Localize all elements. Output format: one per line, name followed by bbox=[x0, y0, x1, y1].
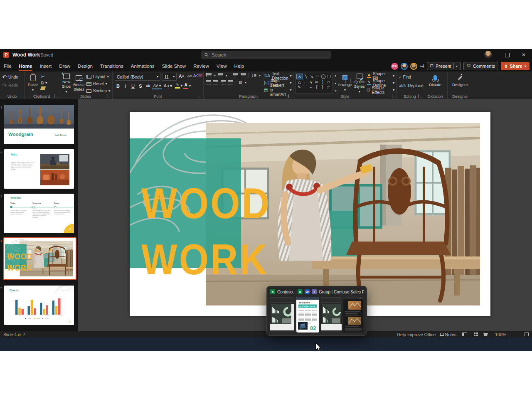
copy-icon[interactable]: ⧉ ▾ bbox=[41, 81, 47, 85]
slide-thumbnail-1[interactable]: Woodgrain Jack Purton bbox=[4, 105, 74, 144]
strikethrough-icon[interactable]: ab bbox=[145, 83, 151, 89]
shape-effects-button[interactable]: ❏Shape Effects▾ bbox=[367, 87, 394, 93]
increase-font-size-icon[interactable]: A˄ bbox=[178, 73, 185, 79]
justify-icon[interactable] bbox=[228, 80, 233, 84]
clear-formatting-icon[interactable]: A⌫ bbox=[195, 73, 201, 79]
character-spacing-icon[interactable]: AV ▾ bbox=[152, 82, 162, 89]
main-slide[interactable]: WOOD WORK bbox=[5, 239, 75, 278]
replace-button[interactable]: ab↻Replace bbox=[399, 83, 423, 89]
tab-insert[interactable]: Insert bbox=[36, 61, 55, 71]
fit-slide-button[interactable] bbox=[525, 331, 529, 337]
slide-thumbnail-3[interactable]: Timeline Today Tomorrow Future There has… bbox=[4, 194, 74, 233]
minimize-button[interactable]: – bbox=[482, 49, 499, 61]
underline-icon[interactable]: U bbox=[130, 83, 136, 89]
designer-button[interactable]: ✦ Designer bbox=[451, 73, 469, 94]
quick-styles-button[interactable]: Quick Styles▾ bbox=[354, 73, 365, 94]
cut-icon[interactable]: ✂ bbox=[41, 74, 47, 79]
font-name-combo[interactable]: Calibri (Body)▾ bbox=[115, 73, 160, 81]
milestone-today-text: There has been a 200% increase in sales … bbox=[10, 210, 27, 215]
share-dropdown-icon[interactable]: ▾ bbox=[525, 64, 526, 68]
share-button[interactable]: ⇧ Share▾ bbox=[501, 62, 530, 70]
preview-excel2-window[interactable] bbox=[321, 297, 342, 332]
bullets-icon[interactable] bbox=[206, 73, 212, 77]
main-slide[interactable]: WOOD WORK bbox=[130, 112, 490, 316]
ribbon: ↶Undo ↷Redo Undo Paste▾ ✂ ⧉ ▾ Clipboard bbox=[0, 71, 532, 99]
reuse-slides-button[interactable]: Reuse Slides bbox=[73, 73, 84, 94]
style-dialog-launcher[interactable] bbox=[392, 94, 396, 98]
convert-to-smartart-button[interactable]: ⬒Convert to SmartArt▾ bbox=[264, 87, 292, 93]
columns-icon[interactable]: ▥ bbox=[239, 81, 242, 84]
dictate-button[interactable]: Dictate bbox=[426, 73, 444, 94]
change-case-icon[interactable]: Aa ▾ bbox=[163, 83, 173, 89]
arrange-button[interactable]: Arrange▾ bbox=[338, 73, 352, 94]
tab-view[interactable]: View bbox=[213, 61, 231, 71]
decrease-font-size-icon[interactable]: A˅ bbox=[187, 73, 193, 79]
find-button[interactable]: ⌕Find bbox=[399, 74, 423, 80]
tab-review[interactable]: Review bbox=[190, 61, 213, 71]
align-left-icon[interactable] bbox=[206, 80, 211, 84]
maximize-button[interactable] bbox=[499, 49, 515, 61]
chart-axis bbox=[15, 315, 64, 315]
notes-button[interactable]: Notes bbox=[440, 331, 456, 337]
align-right-icon[interactable] bbox=[221, 80, 226, 84]
new-slide-button[interactable]: + New Slide▾ bbox=[61, 73, 71, 94]
highlight-color-icon[interactable]: ✎ bbox=[175, 83, 180, 89]
clipboard-dialog-launcher[interactable] bbox=[54, 94, 58, 98]
tab-draw[interactable]: Draw bbox=[55, 61, 74, 71]
svg-text:modern: modern bbox=[299, 301, 310, 304]
presence-avatar-3[interactable] bbox=[410, 63, 417, 70]
powerpoint-app-icon: P bbox=[3, 52, 9, 58]
preview-word-window[interactable]: modern architecture 02 bbox=[296, 297, 319, 332]
numbering-icon[interactable] bbox=[218, 73, 223, 77]
tab-transitions[interactable]: Transitions bbox=[96, 61, 127, 71]
slide-sorter-button[interactable] bbox=[474, 331, 478, 337]
tab-design[interactable]: Design bbox=[74, 61, 96, 71]
tab-slide-show[interactable]: Slide Show bbox=[158, 61, 190, 71]
slides-dialog-launcher[interactable] bbox=[108, 94, 111, 98]
italic-icon[interactable]: I bbox=[122, 83, 129, 89]
slide-thumbnail-5[interactable]: Charts bbox=[4, 286, 74, 325]
presence-avatar-2[interactable] bbox=[401, 63, 408, 70]
present-dropdown-icon[interactable]: ▾ bbox=[456, 64, 458, 68]
preview-excel-window[interactable] bbox=[270, 297, 294, 332]
shapes-gallery[interactable]: A ╲↘▭◯▢ △⌐↳⇨⇩▱ ✎⌒⌣{}☆ bbox=[296, 73, 333, 94]
shapes-gallery-scroll[interactable]: ▴▾▿ bbox=[335, 73, 336, 94]
preview-teams-window[interactable] bbox=[343, 297, 363, 332]
decrease-indent-icon[interactable] bbox=[233, 73, 238, 77]
zoom-level[interactable]: 100% bbox=[495, 331, 506, 337]
paragraph-dialog-launcher[interactable] bbox=[288, 94, 292, 98]
slide-thumbnail-4-selected[interactable]: WOOD WORK bbox=[3, 237, 76, 280]
format-painter-icon[interactable] bbox=[40, 86, 46, 90]
text-shadow-icon[interactable]: S bbox=[137, 83, 144, 89]
help-improve-office[interactable]: Help Improve Office bbox=[397, 331, 436, 337]
more-people-count[interactable]: +4 bbox=[420, 64, 424, 69]
align-center-icon[interactable] bbox=[213, 80, 218, 84]
font-dialog-launcher[interactable] bbox=[199, 94, 202, 98]
presence-avatar-bb[interactable]: BB bbox=[391, 63, 398, 70]
font-color-icon[interactable]: A bbox=[183, 83, 188, 89]
tab-animations[interactable]: Animations bbox=[127, 61, 158, 71]
font-size-combo[interactable]: 11▾ bbox=[162, 73, 177, 81]
editing-dialog-launcher[interactable] bbox=[418, 94, 422, 98]
undo-button[interactable]: ↶Undo bbox=[2, 74, 18, 80]
close-button[interactable]: ✕ bbox=[515, 49, 532, 61]
paste-button[interactable]: Paste▾ bbox=[27, 73, 39, 94]
layout-button[interactable]: Layout▾ bbox=[86, 74, 110, 80]
tab-home[interactable]: Home bbox=[15, 61, 36, 71]
comments-button[interactable]: 🗩 Comments bbox=[463, 62, 498, 70]
normal-view-button[interactable] bbox=[462, 331, 467, 337]
reset-button[interactable]: Reset▾ bbox=[86, 81, 110, 87]
increase-indent-icon[interactable] bbox=[241, 73, 246, 77]
present-button[interactable]: 🞐 Present▾ bbox=[427, 62, 461, 70]
bold-icon[interactable]: B bbox=[115, 83, 121, 89]
section-button[interactable]: Section▾ bbox=[86, 88, 110, 94]
redo-button[interactable]: ↷Redo bbox=[2, 82, 18, 89]
search-input[interactable] bbox=[211, 52, 328, 58]
tab-help[interactable]: Help bbox=[231, 61, 248, 71]
tab-file[interactable]: File bbox=[0, 61, 15, 71]
slide-thumbnail-2[interactable]: Intro With the world turning towards a D… bbox=[4, 149, 74, 189]
search-box[interactable] bbox=[201, 51, 331, 59]
milestone-tomorrow-text: With this current trend, we will see an … bbox=[32, 210, 51, 218]
slideshow-button[interactable] bbox=[483, 331, 488, 337]
line-spacing-icon[interactable]: ↕≡ bbox=[251, 73, 256, 78]
